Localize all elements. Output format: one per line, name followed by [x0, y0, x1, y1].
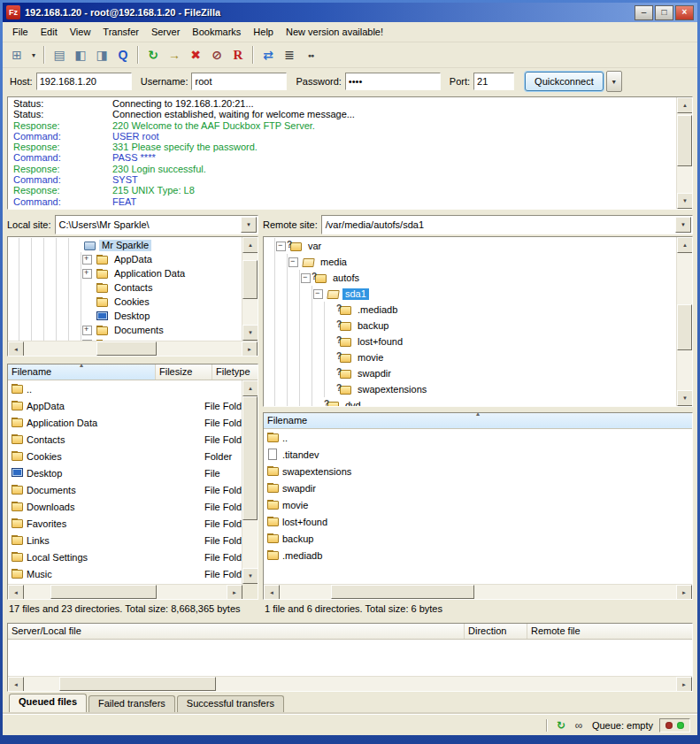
toggle-local-tree-icon[interactable]: ◧	[71, 45, 90, 65]
tree-expander-icon[interactable]	[301, 273, 311, 283]
quickconnect-button[interactable]: Quickconnect	[525, 72, 604, 91]
scrollbar-thumb[interactable]	[242, 260, 258, 299]
remote-file-row[interactable]: swapdir	[264, 479, 692, 496]
find-files-icon[interactable]: ●●	[301, 45, 320, 65]
chevron-down-icon[interactable]: ▼	[675, 217, 691, 233]
remote-file-row[interactable]: .titandev	[264, 446, 692, 463]
horizontal-scrollbar[interactable]: ◄ ►	[264, 584, 692, 599]
horizontal-scrollbar[interactable]: ◄ ►	[8, 676, 692, 691]
remote-file-row[interactable]: swapextensions	[264, 463, 692, 479]
scroll-down-icon[interactable]: ▼	[677, 193, 693, 209]
scrollbar-thumb[interactable]	[677, 115, 692, 166]
scroll-up-icon[interactable]: ▲	[677, 97, 693, 113]
local-file-row[interactable]: Documents File Folder	[8, 481, 242, 498]
site-manager-icon[interactable]: ⊞	[7, 45, 27, 65]
cancel-icon[interactable]: ✖	[186, 45, 205, 65]
remote-tree-item[interactable]: sda1	[264, 286, 676, 302]
remote-tree-item[interactable]: var	[264, 238, 676, 254]
local-tree-item[interactable]: Application Data	[8, 266, 242, 280]
remote-file-row[interactable]: lost+found	[264, 513, 692, 530]
tree-expander-icon[interactable]	[82, 269, 92, 279]
remote-tree-item[interactable]: .mediadb	[264, 302, 676, 318]
close-button[interactable]: ×	[675, 5, 694, 20]
tree-expander-icon[interactable]	[276, 242, 286, 251]
scroll-up-icon[interactable]: ▲	[242, 237, 258, 253]
remote-site-combobox[interactable]: /var/media/autofs/sda1 ▼	[321, 215, 693, 234]
directory-comparison-icon[interactable]: ≣	[280, 45, 299, 65]
local-tree-item[interactable]: Cookies	[8, 295, 242, 309]
scroll-up-icon[interactable]: ▲	[677, 237, 692, 253]
local-file-row[interactable]: Cookies Folder	[8, 448, 242, 464]
local-tree-item[interactable]: Desktop	[8, 309, 242, 323]
remote-file-row[interactable]: ..	[264, 429, 692, 446]
menu-server[interactable]: Server	[145, 24, 186, 40]
vertical-scrollbar[interactable]: ▲ ▼	[242, 237, 258, 341]
scrollbar-thumb[interactable]	[96, 341, 157, 356]
scroll-down-icon[interactable]: ▼	[242, 325, 258, 341]
tree-expander-icon[interactable]	[82, 340, 92, 341]
remote-file-row[interactable]: .mediadb	[264, 547, 692, 564]
tab-queued-files[interactable]: Queued files	[9, 694, 87, 714]
remote-tree-item[interactable]: backup	[264, 318, 676, 334]
site-manager-dropdown-icon[interactable]: ▾	[28, 45, 39, 65]
toggle-remote-tree-icon[interactable]: ◨	[92, 45, 112, 65]
local-tree-item[interactable]: Contacts	[8, 280, 242, 295]
scroll-down-icon[interactable]: ▼	[677, 390, 692, 406]
host-input[interactable]	[36, 73, 132, 90]
username-input[interactable]	[191, 73, 287, 90]
tree-expander-icon[interactable]	[288, 257, 298, 267]
horizontal-scrollbar[interactable]: ◄ ►	[8, 341, 258, 356]
refresh-icon[interactable]: ↻	[143, 45, 163, 65]
menu-transfer[interactable]: Transfer	[96, 24, 145, 40]
menu-file[interactable]: File	[6, 24, 35, 40]
local-file-row[interactable]: AppData File Folder	[8, 397, 242, 414]
tree-expander-icon[interactable]	[82, 255, 92, 265]
column-header-server-local-file[interactable]: Server/Local file	[8, 624, 465, 639]
local-tree-item[interactable]: AppData	[8, 252, 242, 266]
vertical-scrollbar[interactable]: ▲ ▼	[676, 237, 692, 406]
menu-view[interactable]: View	[64, 24, 97, 40]
scroll-left-icon[interactable]: ◄	[8, 585, 24, 600]
column-header-filename[interactable]: Filename ▴	[264, 413, 692, 428]
vertical-scrollbar[interactable]: ▲ ▼	[676, 97, 692, 209]
column-header-remote-file[interactable]: Remote file	[527, 624, 692, 639]
synchronized-browsing-icon[interactable]: ⇄	[258, 45, 278, 65]
menu-bookmarks[interactable]: Bookmarks	[186, 24, 247, 40]
local-tree-item[interactable]: Documents	[8, 323, 242, 337]
remote-tree-item[interactable]: autofs	[264, 270, 676, 286]
menu-help[interactable]: Help	[247, 24, 280, 40]
menu-edit[interactable]: Edit	[35, 24, 64, 40]
horizontal-scrollbar[interactable]: ◄ ►	[8, 584, 242, 599]
scroll-right-icon[interactable]: ►	[676, 585, 692, 600]
remote-tree-item[interactable]: swapdir	[264, 365, 676, 381]
toggle-message-log-icon[interactable]: ▤	[50, 45, 69, 65]
column-header-filename[interactable]: Filename ▴	[8, 364, 156, 380]
scrollbar-thumb[interactable]	[50, 585, 157, 599]
directory-comparison-status-icon[interactable]: ∞	[572, 718, 586, 732]
remote-tree-item[interactable]: swapextensions	[264, 381, 676, 397]
scroll-left-icon[interactable]: ◄	[8, 341, 24, 357]
local-site-combobox[interactable]: C:\Users\Mr Sparkle\ ▼	[55, 215, 258, 234]
remote-tree-item[interactable]: dvd	[264, 397, 676, 406]
tree-expander-icon[interactable]	[82, 326, 92, 335]
local-file-row[interactable]: Application Data File Folder	[8, 414, 242, 431]
minimize-button[interactable]: –	[635, 5, 653, 20]
remote-tree-item[interactable]: movie	[264, 349, 676, 365]
maximize-button[interactable]: □	[655, 5, 673, 20]
password-input[interactable]	[345, 73, 441, 90]
scrollbar-thumb[interactable]	[59, 677, 216, 691]
column-header-filesize[interactable]: Filesize	[156, 364, 212, 380]
scroll-up-icon[interactable]: ▲	[242, 380, 258, 396]
chevron-down-icon[interactable]: ▼	[241, 217, 257, 233]
toggle-queue-icon[interactable]: Q	[113, 45, 133, 65]
local-file-row[interactable]: Favorites File Folder	[8, 515, 242, 532]
local-file-row[interactable]: Contacts File Folder	[8, 431, 242, 448]
scrollbar-thumb[interactable]	[242, 396, 258, 520]
local-file-row[interactable]: Local Settings File Folder	[8, 548, 242, 565]
scroll-right-icon[interactable]: ►	[676, 677, 692, 692]
remote-file-row[interactable]: backup	[264, 530, 692, 547]
tab-failed-transfers[interactable]: Failed transfers	[88, 695, 175, 714]
scroll-left-icon[interactable]: ◄	[264, 585, 280, 600]
tree-expander-icon[interactable]	[313, 289, 323, 299]
reconnect-icon[interactable]: R	[228, 45, 248, 65]
